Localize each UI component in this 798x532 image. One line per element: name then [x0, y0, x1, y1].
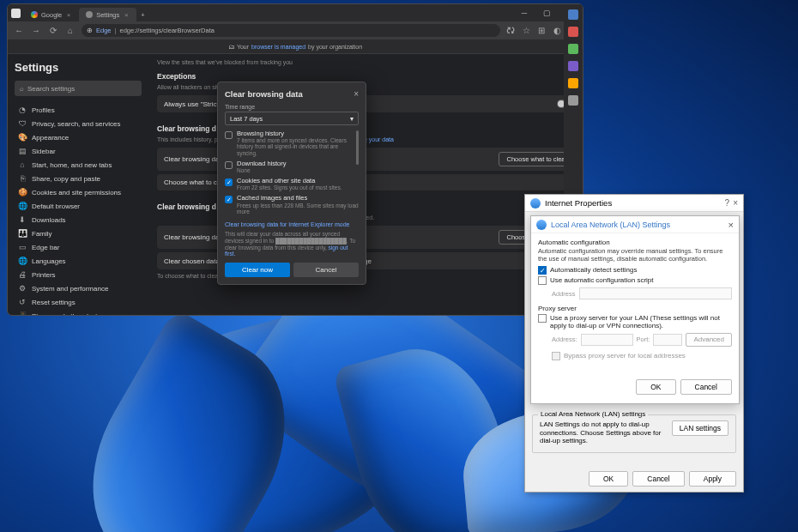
ip-title-text: Internet Properties [545, 198, 612, 208]
lan-ok-button[interactable]: OK [636, 379, 675, 395]
lan-titlebar[interactable]: Local Area Network (LAN) Settings × [531, 216, 739, 233]
lan-close-icon[interactable]: × [728, 220, 734, 230]
back-button[interactable]: ← [13, 25, 25, 37]
lan-group-box: Local Area Network (LAN) settings LAN Se… [532, 414, 736, 453]
auto-script-checkbox[interactable] [538, 276, 547, 285]
tab-settings[interactable]: Settings × [79, 8, 136, 21]
window-maximize[interactable]: ▢ [536, 6, 557, 20]
edge-browser-window: Google × Settings × + ─ ▢ × ← → ⟳ ⌂ ⊕ Ed… [7, 3, 583, 316]
settings-heading: Settings [15, 61, 142, 74]
data-type-checkbox[interactable] [225, 161, 233, 169]
sidebar-icon: 👪 [18, 229, 27, 238]
settings-search[interactable]: ⌕ Search settings [15, 81, 142, 96]
sidebar-item[interactable]: 📱Phone and other devices [15, 309, 142, 316]
sidebar-item[interactable]: ↺Reset settings [15, 295, 142, 309]
time-range-label: Time range [225, 104, 359, 110]
rail-icon[interactable] [568, 44, 578, 54]
collections-icon[interactable]: ⊞ [536, 26, 547, 36]
lan-settings-button[interactable]: LAN settings [672, 420, 728, 436]
ip-apply-button[interactable]: Apply [689, 471, 736, 487]
data-type-checkbox[interactable]: ✓ [225, 178, 233, 186]
sidebar-icon: ⎘ [18, 174, 27, 183]
forward-button[interactable]: → [30, 25, 42, 37]
data-type-sub: Frees up less than 228 MB. Some sites ma… [237, 203, 359, 215]
sidebar-item[interactable]: 🍪Cookies and site permissions [15, 185, 142, 199]
data-type-sub: 7 items and more on synced devices. Clea… [237, 137, 359, 155]
sidebar-item[interactable]: 🌐Languages [15, 254, 142, 268]
proxy-label: Proxy server [538, 305, 732, 312]
tab-google[interactable]: Google × [24, 8, 79, 21]
url-prefix: Edge [96, 27, 112, 34]
sidebar-label: Privacy, search, and services [32, 120, 120, 128]
ip-ok-button[interactable]: OK [589, 471, 628, 487]
ip-titlebar[interactable]: Internet Properties ? × [525, 195, 743, 212]
sidebar-label: Sidebar [32, 148, 56, 155]
exceptions-title: Exceptions [157, 72, 583, 81]
tab-close-icon[interactable]: × [65, 11, 72, 18]
ip-close-icon[interactable]: × [733, 198, 738, 208]
rail-icon[interactable] [568, 95, 578, 106]
data-type-checkbox[interactable]: ✓ [225, 196, 233, 203]
search-placeholder: Search settings [27, 85, 75, 93]
rail-icon[interactable] [568, 9, 578, 20]
rail-icon[interactable] [568, 61, 578, 71]
new-tab-button[interactable]: + [136, 8, 148, 21]
sidebar-item[interactable]: ⎘Share, copy and paste [15, 172, 142, 185]
sidebar-label: Default browser [32, 203, 80, 210]
refresh-button[interactable]: ⟳ [47, 25, 59, 37]
clear-now-button[interactable]: Clear now [225, 263, 290, 277]
ie-mode-link[interactable]: Clear browsing data for Internet Explore… [225, 221, 359, 227]
auto-detect-label: Automatically detect settings [550, 266, 637, 274]
sidebar-item[interactable]: 🌐Default browser [15, 199, 142, 213]
tab-close-icon[interactable]: × [123, 11, 130, 18]
read-aloud-icon[interactable]: 🗘 [505, 26, 516, 36]
data-type-checkbox[interactable] [225, 131, 233, 139]
ip-cancel-button[interactable]: Cancel [632, 471, 684, 487]
sidebar-item[interactable]: ⬇Downloads [15, 213, 142, 227]
proxy-address-label: Address: [552, 336, 577, 343]
home-button[interactable]: ⌂ [64, 25, 76, 37]
rail-icon[interactable] [568, 78, 578, 88]
favicon-settings [86, 11, 93, 18]
profile-icon[interactable]: ◐ [552, 26, 562, 36]
sidebar-item[interactable]: 🖨Printers [15, 268, 142, 281]
favorites-icon[interactable]: ☆ [521, 26, 531, 36]
clear-browsing-data-dialog: Clear browsing data × Time range Last 7 … [217, 82, 366, 285]
cancel-button[interactable]: Cancel [293, 263, 359, 277]
sidebar-item[interactable]: 🎨Appearance [15, 130, 142, 144]
advanced-button[interactable]: Advanced [686, 333, 732, 347]
script-address-label: Address [552, 290, 576, 298]
sidebar-item[interactable]: 👪Family [15, 227, 142, 240]
sidebar-label: Languages [32, 257, 66, 265]
url-path: edge://settings/clearBrowserData [119, 27, 214, 34]
window-minimize[interactable]: ─ [514, 6, 535, 20]
scrollbar-thumb[interactable] [356, 130, 359, 165]
sidebar-icon: ◔ [18, 106, 27, 114]
sidebar-icon: ▭ [18, 243, 27, 251]
sidebar-item[interactable]: ⌂Start, home, and new tabs [15, 158, 142, 172]
sidebar-label: System and performance [32, 285, 108, 293]
url-input[interactable]: ⊕ Edge | edge://settings/clearBrowserDat… [82, 24, 500, 37]
sidebar-item[interactable]: ⚙System and performance [15, 281, 142, 295]
tab-label: Settings [96, 11, 119, 19]
internet-properties-window: Internet Properties ? × Local Area Netwo… [524, 194, 744, 493]
sidebar-label: Cookies and site permissions [32, 189, 121, 196]
tab-label: Google [41, 11, 62, 19]
dialog-close-icon[interactable]: × [354, 89, 359, 99]
sidebar-item[interactable]: ▤Sidebar [15, 144, 142, 158]
lan-settings-dialog: Local Area Network (LAN) Settings × Auto… [530, 215, 740, 404]
use-proxy-checkbox[interactable] [538, 314, 547, 323]
sidebar-item[interactable]: ◔Profiles [15, 103, 142, 117]
rail-icon[interactable] [568, 27, 578, 37]
lan-cancel-button[interactable]: Cancel [680, 379, 732, 395]
help-icon[interactable]: ? [725, 198, 730, 208]
tracker-note: View the sites that we've blocked from t… [157, 59, 583, 65]
auto-detect-checkbox[interactable]: ✓ [538, 266, 547, 275]
address-bar: ← → ⟳ ⌂ ⊕ Edge | edge://settings/clearBr… [8, 21, 583, 40]
managed-link[interactable]: browser is managed [251, 44, 305, 50]
sidebar-item[interactable]: ▭Edge bar [15, 240, 142, 254]
sidebar-label: Printers [32, 271, 56, 279]
sidebar-item[interactable]: 🛡Privacy, search, and services [15, 117, 142, 130]
window-titlebar[interactable]: Google × Settings × + ─ ▢ × [8, 4, 583, 21]
time-range-select[interactable]: Last 7 days ▾ [225, 112, 359, 125]
